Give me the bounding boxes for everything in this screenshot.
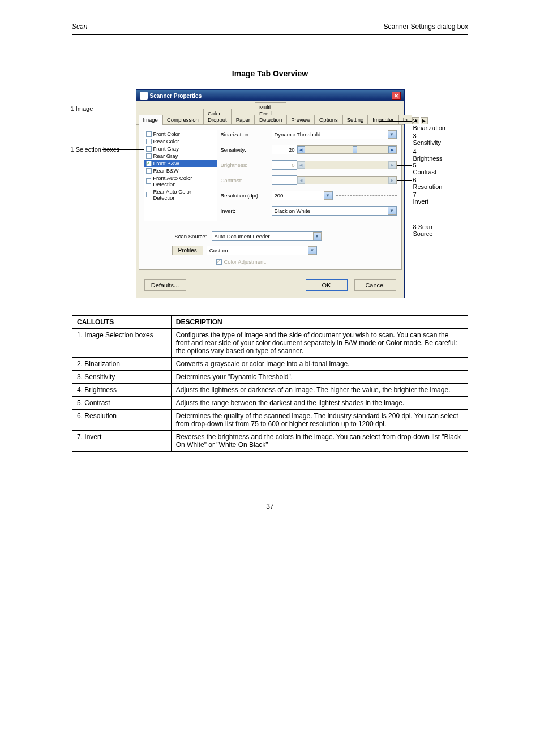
title-text: Scanner Properties xyxy=(150,93,202,99)
tab-setting[interactable]: Setting xyxy=(342,115,368,124)
callout-sensitivity: 3 Sensitivity xyxy=(413,132,442,146)
page-number: 37 xyxy=(72,502,468,510)
callout-resolution: 6 Resolution xyxy=(413,177,443,190)
slider-thumb[interactable] xyxy=(353,146,357,153)
table-row: 7. Invert xyxy=(72,431,172,452)
color-adjustment-checkbox: ✓ Color Adjustment: xyxy=(216,259,397,265)
slider-left-icon: ◀ xyxy=(297,161,305,169)
contrast-slider: ◀ ▶ xyxy=(297,176,397,184)
table-row: 4. Brightness xyxy=(72,384,172,397)
checkbox-front-auto[interactable] xyxy=(146,178,152,184)
checkbox-rear-color[interactable] xyxy=(146,139,152,144)
chevron-down-icon: ▼ xyxy=(388,130,396,139)
titlebar[interactable]: Scanner Properties ✕ xyxy=(136,90,404,101)
callout-scansource: 8 Scan Source xyxy=(413,224,433,237)
sensitivity-input[interactable]: 20 xyxy=(272,145,297,154)
scan-source-dropdown[interactable]: Auto Document Feeder▼ xyxy=(212,231,322,241)
page-header: Scan Scanner Settings dialog box xyxy=(72,23,468,35)
app-icon xyxy=(140,92,148,100)
tabstrip: Image Compression Color Dropout Paper Mu… xyxy=(136,101,404,125)
scanner-properties-dialog: Scanner Properties ✕ Image Compression C… xyxy=(136,89,405,298)
table-row: 1. Image Selection boxes xyxy=(72,329,172,358)
callout-invert: 7 Invert xyxy=(413,191,429,205)
subheader: Image Tab Overview xyxy=(72,69,468,78)
table-row: 5. Contrast xyxy=(72,397,172,410)
chevron-down-icon: ▼ xyxy=(388,207,396,215)
image-selection-listbox[interactable]: Front Color Rear Color Front Gray Rear G… xyxy=(144,130,217,221)
tab-options[interactable]: Options xyxy=(315,115,342,124)
table-row: 2. Binarization xyxy=(72,358,172,371)
th-callouts: CALLOUTS xyxy=(72,316,172,329)
tab-multifeed[interactable]: Multi-Feed Detection xyxy=(255,102,286,124)
table-row: 3. Sensitivity xyxy=(72,371,172,384)
slider-right-icon[interactable]: ▶ xyxy=(388,146,396,153)
resolution-dropdown[interactable]: 200▼ xyxy=(272,191,333,200)
cancel-button[interactable]: Cancel xyxy=(354,279,396,291)
profiles-button[interactable]: Profiles xyxy=(172,246,203,255)
contrast-input xyxy=(272,175,297,185)
chevron-down-icon: ▼ xyxy=(313,232,322,240)
callout-image: 1 Image xyxy=(71,105,93,112)
callout-binarization: 2 Binarization xyxy=(413,118,445,131)
tab-compression[interactable]: Compression xyxy=(162,115,203,124)
close-icon[interactable]: ✕ xyxy=(392,92,401,100)
checkbox-front-color[interactable] xyxy=(146,131,152,137)
binarization-dropdown[interactable]: Dynamic Threshold▼ xyxy=(272,130,397,139)
profiles-dropdown[interactable]: Custom▼ xyxy=(207,246,317,255)
tab-imprinter[interactable]: Imprinter xyxy=(368,115,398,124)
slider-left-icon: ◀ xyxy=(297,177,305,184)
brightness-slider: ◀ ▶ xyxy=(297,161,397,169)
options-table: CALLOUTSDESCRIPTION 1. Image Selection b… xyxy=(72,315,468,452)
checkbox-front-bw[interactable]: ✓ xyxy=(146,161,152,166)
tab-color-dropout[interactable]: Color Dropout xyxy=(203,109,232,124)
ok-button[interactable]: OK xyxy=(306,279,348,291)
brightness-input: 0 xyxy=(272,160,297,170)
checkbox-front-gray[interactable] xyxy=(146,146,152,152)
th-description: DESCRIPTION xyxy=(171,316,468,329)
tab-more[interactable]: In xyxy=(398,115,412,124)
tab-image[interactable]: Image xyxy=(139,115,162,125)
callout-brightness: 4 Brightness xyxy=(413,148,443,162)
chevron-down-icon: ▼ xyxy=(324,191,332,200)
checkbox-rear-auto[interactable] xyxy=(146,192,152,197)
defaults-button[interactable]: Defaults... xyxy=(144,279,186,291)
invert-dropdown[interactable]: Black on White▼ xyxy=(272,206,397,216)
tab-paper[interactable]: Paper xyxy=(232,115,255,124)
header-right: Scanner Settings dialog box xyxy=(384,23,468,31)
slider-right-icon: ▶ xyxy=(388,161,396,169)
sensitivity-slider[interactable]: ◀ ▶ xyxy=(297,145,397,154)
table-row: 6. Resolution xyxy=(72,410,172,431)
header-left: Scan xyxy=(72,23,87,31)
checkbox-rear-gray[interactable] xyxy=(146,153,152,159)
checkbox-rear-bw[interactable] xyxy=(146,168,152,174)
slider-left-icon[interactable]: ◀ xyxy=(297,146,305,153)
slider-right-icon: ▶ xyxy=(388,177,396,184)
tab-preview[interactable]: Preview xyxy=(286,115,315,124)
chevron-down-icon: ▼ xyxy=(308,246,316,255)
callout-contrast: 5 Contrast xyxy=(413,162,437,175)
